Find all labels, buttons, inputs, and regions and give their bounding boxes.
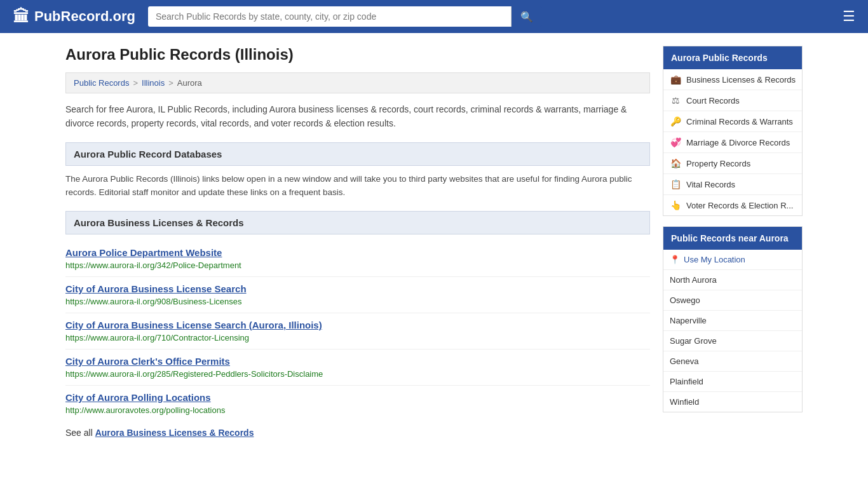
nearby-list: 📍 Use My Location North Aurora Oswego Na… — [663, 250, 802, 412]
nearby-link-north-aurora[interactable]: North Aurora — [670, 275, 717, 285]
site-header: 🏛 PubRecord.org 🔍 ☰ — [0, 0, 868, 33]
menu-icon[interactable]: ☰ — [843, 8, 855, 25]
sidebar-item-label: Criminal Records & Warrants — [686, 117, 793, 126]
business-section-header: Aurora Business Licenses & Records — [65, 211, 650, 234]
sidebar-item-label: Court Records — [686, 96, 740, 105]
see-all-line: See all Aurora Business Licenses & Recor… — [65, 428, 650, 438]
nearby-plainfield[interactable]: Plainfield — [663, 372, 802, 392]
breadcrumb-sep-2: > — [168, 78, 173, 88]
main-content: Aurora Public Records (Illinois) Public … — [65, 46, 650, 438]
property-icon: 🏠 — [670, 158, 681, 168]
record-link-title-3[interactable]: City of Aurora Business License Search (… — [65, 320, 650, 330]
nearby-sugar-grove[interactable]: Sugar Grove — [663, 331, 802, 351]
page-title: Aurora Public Records (Illinois) — [65, 46, 650, 64]
record-link-item: City of Aurora Clerk's Office Permits ht… — [65, 349, 650, 386]
record-link-url-5[interactable]: http://www.auroravotes.org/polling-locat… — [65, 405, 225, 415]
logo-icon: 🏛 — [13, 7, 29, 27]
search-input[interactable] — [148, 6, 511, 27]
sidebar-item-business[interactable]: 💼 Business Licenses & Records — [663, 69, 802, 90]
sidebar-item-label: Voter Records & Election R... — [686, 201, 793, 210]
record-link-item: City of Aurora Business License Search h… — [65, 277, 650, 313]
nearby-link-plainfield[interactable]: Plainfield — [670, 377, 703, 386]
nearby-link-oswego[interactable]: Oswego — [670, 295, 700, 305]
criminal-icon: 🔑 — [670, 116, 681, 126]
court-icon: ⚖ — [670, 95, 681, 105]
nearby-naperville[interactable]: Naperville — [663, 311, 802, 331]
nearby-link-geneva[interactable]: Geneva — [670, 356, 699, 366]
aurora-records-title: Aurora Public Records — [663, 46, 802, 69]
sidebar-item-label: Property Records — [686, 159, 750, 168]
record-link-title-2[interactable]: City of Aurora Business License Search — [65, 283, 650, 294]
use-location-label: Use My Location — [684, 255, 745, 264]
record-link-item: City of Aurora Business License Search (… — [65, 313, 650, 349]
sidebar-item-voter[interactable]: 👆 Voter Records & Election R... — [663, 195, 802, 215]
sidebar-item-marriage[interactable]: 💞 Marriage & Divorce Records — [663, 132, 802, 153]
record-link-url-4[interactable]: https://www.aurora-il.org/285/Registered… — [65, 369, 323, 379]
see-all-link[interactable]: Aurora Business Licenses & Records — [95, 428, 254, 438]
use-my-location[interactable]: 📍 Use My Location — [663, 250, 802, 270]
record-link-item: Aurora Police Department Website https:/… — [65, 241, 650, 277]
breadcrumb-aurora: Aurora — [177, 78, 202, 88]
nearby-link-sugar-grove[interactable]: Sugar Grove — [670, 336, 717, 346]
voter-icon: 👆 — [670, 200, 681, 210]
sidebar-item-label: Vital Records — [686, 180, 735, 189]
see-all-label: See all — [65, 428, 93, 438]
nearby-oswego[interactable]: Oswego — [663, 290, 802, 311]
site-logo[interactable]: 🏛 PubRecord.org — [13, 7, 135, 27]
nearby-link-naperville[interactable]: Naperville — [670, 316, 707, 325]
marriage-icon: 💞 — [670, 137, 681, 147]
breadcrumb-illinois[interactable]: Illinois — [142, 78, 165, 88]
page-description: Search for free Aurora, IL Public Record… — [65, 102, 650, 131]
record-link-url-1[interactable]: https://www.aurora-il.org/342/Police-Dep… — [65, 261, 241, 270]
vital-icon: 📋 — [670, 179, 681, 189]
sidebar-item-property[interactable]: 🏠 Property Records — [663, 153, 802, 174]
nearby-records-box: Public Records near Aurora 📍 Use My Loca… — [663, 226, 803, 412]
record-link-title-5[interactable]: City of Aurora Polling Locations — [65, 392, 650, 403]
record-link-item: City of Aurora Polling Locations http://… — [65, 386, 650, 421]
location-pin-icon: 📍 — [670, 255, 680, 264]
sidebar-item-label: Marriage & Divorce Records — [686, 138, 790, 147]
sidebar: Aurora Public Records 💼 Business License… — [663, 46, 803, 438]
aurora-records-list: 💼 Business Licenses & Records ⚖ Court Re… — [663, 69, 802, 215]
sidebar-item-court[interactable]: ⚖ Court Records — [663, 90, 802, 111]
breadcrumb-sep-1: > — [133, 78, 138, 88]
record-link-url-2[interactable]: https://www.aurora-il.org/908/Business-L… — [65, 297, 241, 306]
record-link-url-3[interactable]: https://www.aurora-il.org/710/Contractor… — [65, 333, 249, 342]
databases-description: The Aurora Public Records (Illinois) lin… — [65, 172, 650, 200]
business-icon: 💼 — [670, 74, 681, 85]
breadcrumb-public-records[interactable]: Public Records — [74, 78, 129, 88]
databases-section-header: Aurora Public Record Databases — [65, 142, 650, 166]
nearby-geneva[interactable]: Geneva — [663, 351, 802, 372]
record-link-title-1[interactable]: Aurora Police Department Website — [65, 247, 650, 258]
search-icon: 🔍 — [520, 11, 533, 22]
nearby-winfield[interactable]: Winfield — [663, 392, 802, 412]
nearby-link-winfield[interactable]: Winfield — [670, 397, 699, 407]
search-bar: 🔍 — [148, 6, 542, 27]
sidebar-item-criminal[interactable]: 🔑 Criminal Records & Warrants — [663, 111, 802, 132]
record-links-list: Aurora Police Department Website https:/… — [65, 241, 650, 421]
nearby-records-title: Public Records near Aurora — [663, 227, 802, 250]
breadcrumb: Public Records > Illinois > Aurora — [65, 72, 650, 93]
aurora-records-box: Aurora Public Records 💼 Business License… — [663, 46, 803, 216]
search-button[interactable]: 🔍 — [511, 6, 542, 27]
logo-text: PubRecord.org — [34, 8, 135, 25]
record-link-title-4[interactable]: City of Aurora Clerk's Office Permits — [65, 356, 650, 367]
sidebar-item-vital[interactable]: 📋 Vital Records — [663, 174, 802, 195]
main-container: Aurora Public Records (Illinois) Public … — [53, 33, 815, 451]
nearby-north-aurora[interactable]: North Aurora — [663, 270, 802, 290]
sidebar-item-label: Business Licenses & Records — [686, 75, 796, 85]
